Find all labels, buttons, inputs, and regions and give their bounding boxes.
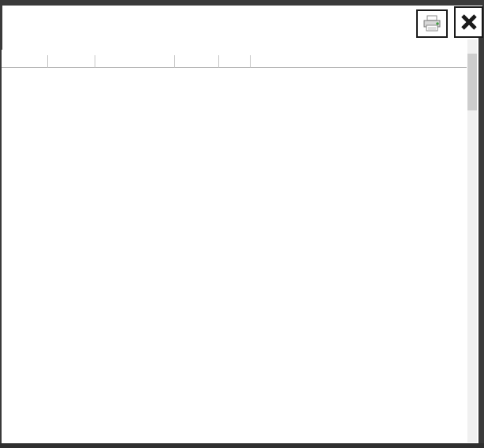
- scroll-up-button[interactable]: [467, 39, 477, 52]
- table-header: [2, 55, 467, 68]
- printer-icon: [422, 14, 442, 33]
- close-x-icon: [460, 13, 478, 32]
- window-bottom-border: [0, 443, 484, 448]
- column-header-etat[interactable]: [251, 55, 467, 68]
- print-button[interactable]: [416, 9, 448, 38]
- background-window-top-strip: [0, 0, 484, 6]
- app-window: [0, 0, 484, 448]
- scrollbar-thumb[interactable]: [467, 54, 477, 110]
- column-header-groupe[interactable]: [48, 55, 95, 68]
- background-orange-fragment: [478, 439, 484, 448]
- background-tan-fragment: [479, 67, 484, 82]
- close-button[interactable]: [454, 6, 483, 38]
- column-header-lactation[interactable]: [175, 55, 219, 68]
- dialog-title: [2, 38, 478, 54]
- scroll-down-button[interactable]: [467, 430, 477, 442]
- vertical-scrollbar[interactable]: [467, 39, 477, 442]
- window-right-border: [478, 38, 484, 448]
- column-header-numero[interactable]: [2, 55, 48, 68]
- column-header-date-velage[interactable]: [95, 55, 175, 68]
- column-header-jdl[interactable]: [219, 55, 251, 68]
